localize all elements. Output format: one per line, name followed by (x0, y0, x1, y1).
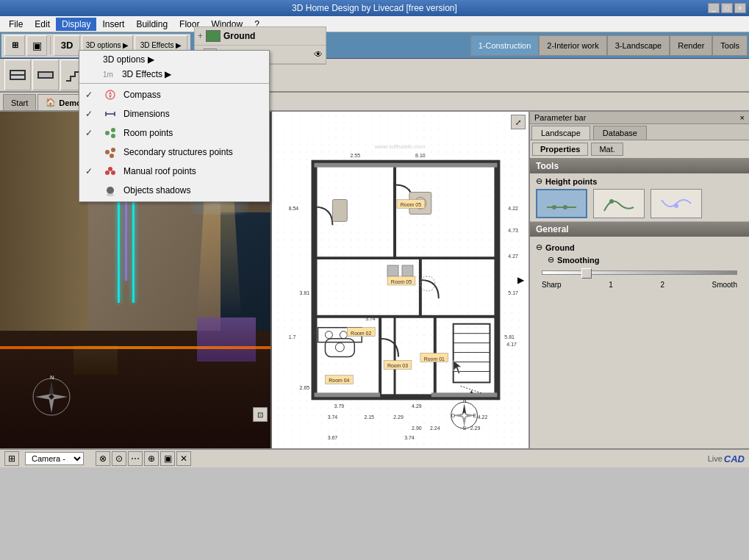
svg-text:4.73: 4.73 (508, 228, 518, 233)
layer-eye-icon[interactable]: 👁 (314, 49, 323, 60)
menu-secondary-points[interactable]: Secondary structures points (79, 143, 269, 162)
tool-icon-2[interactable]: ⊙ (112, 451, 126, 466)
height-flat-btn[interactable] (536, 189, 587, 218)
svg-point-114 (105, 170, 110, 175)
svg-text:4.17: 4.17 (506, 342, 517, 347)
light-strip (0, 346, 270, 349)
menu-objects-shadows[interactable]: Objects shadows (79, 181, 269, 200)
manual-roof-label: Manual roof points (123, 166, 196, 176)
layer-ground[interactable]: + Ground (195, 27, 326, 46)
svg-point-112 (111, 148, 115, 152)
floor-plan-view: www.softsable.com (272, 112, 528, 448)
layer-ground-name: Ground (223, 31, 323, 41)
icon-walls[interactable] (4, 60, 31, 90)
svg-text:Room 04: Room 04 (329, 378, 349, 383)
tool-icon-4[interactable]: ⊕ (144, 451, 159, 466)
check-room-points: ✓ (85, 128, 97, 138)
livecad-logo: Live CAD (708, 453, 745, 464)
menu-3d-options[interactable]: 3D options ▶ (79, 52, 269, 67)
fit-3d-btn[interactable]: ⊡ (253, 407, 268, 422)
menu-separator-1 (79, 83, 269, 84)
menu-3d-effects[interactable]: 1m 3D Effects ▶ (79, 67, 269, 82)
smooth-label-smooth: Smooth (712, 281, 737, 289)
valley-terrain-icon (658, 193, 695, 215)
layer-ground-color (206, 30, 221, 42)
window-controls: _ □ × (708, 3, 746, 13)
menu-insert[interactable]: Insert (96, 18, 130, 31)
display-menu: 3D options ▶ 1m 3D Effects ▶ ✓ Compass ✓… (79, 50, 270, 202)
svg-text:2.15: 2.15 (364, 414, 374, 420)
svg-point-115 (108, 167, 112, 171)
smoothing-collapse-icon[interactable]: ⊖ (548, 255, 554, 265)
hill-terrain-icon (601, 193, 637, 215)
compass-icon (103, 87, 118, 102)
view-plan-btn[interactable]: ⊞ (4, 35, 25, 56)
view-3d-btn[interactable]: ▣ (26, 35, 47, 56)
menu-edit[interactable]: Edit (29, 18, 56, 31)
tab-construction[interactable]: 1-Construction (470, 35, 540, 56)
tab-render[interactable]: Render (670, 35, 712, 56)
tool-icon-5[interactable]: ▣ (160, 451, 175, 466)
collapse-icon[interactable]: ⊖ (536, 176, 542, 186)
menu-dimensions[interactable]: ✓ Dimensions (79, 104, 269, 123)
ground-collapse-icon[interactable]: ⊖ (536, 243, 542, 252)
svg-point-99 (563, 205, 567, 209)
compass-label: Compass (123, 90, 161, 100)
svg-rect-48 (402, 265, 413, 276)
smoothing-label: Smoothing (557, 256, 599, 265)
svg-text:4.27: 4.27 (508, 254, 518, 259)
tab-interior[interactable]: 2-Interior work (539, 35, 606, 56)
svg-text:5.81: 5.81 (504, 334, 515, 340)
camera-select: Camera - 1 (25, 452, 84, 465)
svg-text:4.22: 4.22 (508, 206, 518, 211)
svg-text:Room 03: Room 03 (387, 363, 408, 368)
smoothing-slider-thumb[interactable] (581, 268, 592, 279)
tool-icon-1[interactable]: ⊗ (96, 451, 110, 466)
svg-text:O: O (451, 413, 456, 418)
tab-landscape[interactable]: Landscape (531, 126, 590, 140)
scroll-right-btn[interactable]: ▶ (517, 275, 524, 285)
menu-display[interactable]: Display (56, 18, 96, 31)
tab-landscape[interactable]: 3-Landscape (607, 35, 670, 56)
icon-slabs[interactable] (32, 60, 59, 90)
svg-rect-30 (315, 392, 381, 397)
3d-label-btn[interactable]: 3D (54, 35, 80, 56)
param-bar-label: Parameter bar (534, 113, 586, 122)
ground-row: ⊖ Ground (536, 241, 743, 254)
menu-file[interactable]: File (3, 18, 29, 31)
camera-dropdown[interactable]: Camera - 1 (25, 452, 84, 465)
check-dimensions: ✓ (85, 109, 97, 119)
tool-icon-3[interactable]: ⋯ (128, 451, 143, 466)
height-valley-btn[interactable] (651, 189, 702, 218)
menu-compass[interactable]: ✓ Compass (79, 85, 269, 104)
svg-text:Room 02: Room 02 (351, 331, 371, 336)
tab-database[interactable]: Database (593, 126, 647, 140)
menu-manual-roof[interactable]: ✓ Manual roof points (79, 162, 269, 181)
menu-room-points[interactable]: ✓ Room points (79, 123, 269, 143)
svg-text:2.90: 2.90 (412, 426, 422, 431)
tool-icon-6[interactable]: ✕ (176, 451, 191, 466)
param-close-btn[interactable]: × (740, 113, 745, 122)
minimize-btn[interactable]: _ (708, 3, 720, 13)
maximize-btn[interactable]: □ (721, 3, 733, 13)
svg-text:4.22: 4.22 (478, 414, 488, 420)
menu-building[interactable]: Building (130, 18, 173, 31)
svg-point-116 (111, 170, 115, 175)
right-tabs: Landscape Database (530, 124, 749, 140)
svg-text:▲: ▲ (469, 389, 474, 394)
height-points-row (536, 189, 743, 218)
subtab-mat[interactable]: Mat. (591, 143, 623, 156)
smoothing-slider-track[interactable] (542, 270, 737, 275)
general-label: General (536, 224, 569, 234)
room-points-icon (103, 126, 118, 140)
status-icon-btn[interactable]: ⊞ (4, 451, 19, 466)
tab-start[interactable]: Start (3, 94, 36, 110)
svg-rect-29 (395, 163, 497, 168)
svg-point-100 (609, 199, 614, 204)
sub-tabs: Properties Mat. (530, 140, 749, 159)
close-btn[interactable]: × (734, 3, 746, 13)
expand-plan-btn[interactable]: ⤢ (511, 115, 526, 129)
height-hill-btn[interactable] (593, 189, 645, 218)
subtab-properties[interactable]: Properties (532, 143, 588, 156)
tab-tools[interactable]: Tools (712, 35, 748, 56)
